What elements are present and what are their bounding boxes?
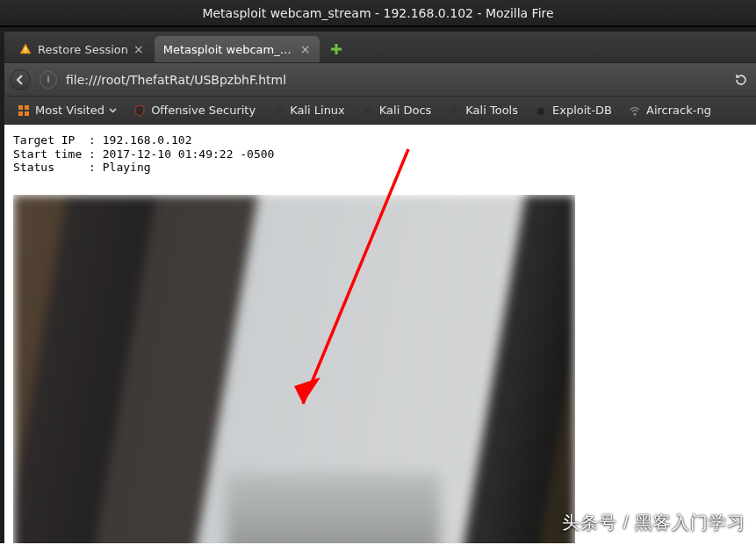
bookmark-label: Kali Docs	[379, 104, 432, 117]
bookmark-label: Kali Tools	[465, 104, 518, 117]
page-content: Target IP : 192.168.0.102 Start time : 2…	[4, 125, 756, 543]
site-info-icon[interactable]: i	[40, 71, 57, 89]
status-value: Playing	[103, 161, 151, 174]
bookmark-most-visited[interactable]: Most Visited	[10, 101, 124, 120]
svg-rect-3	[331, 48, 342, 51]
dragon-icon	[447, 104, 461, 118]
svg-rect-5	[25, 105, 29, 110]
webcam-image	[13, 195, 575, 543]
bug-icon	[534, 104, 548, 118]
status-label: Status :	[13, 161, 103, 174]
bookmark-kali-linux[interactable]: Kali Linux	[264, 101, 352, 120]
urlbar-row: i file:///root/ThefatRat/USBpzbhF.html	[4, 63, 756, 97]
tabstrip: Restore Session × Metasploit webcam_stre…	[4, 32, 756, 63]
svg-rect-1	[25, 51, 25, 52]
new-tab-button[interactable]	[327, 39, 346, 59]
window-titlebar: Metasploit webcam_stream - 192.168.0.102…	[0, 0, 756, 26]
bookmark-label: Offensive Security	[151, 104, 256, 117]
start-time-label: Start time :	[13, 147, 103, 161]
stream-metadata: Target IP : 192.168.0.102 Start time : 2…	[4, 125, 756, 176]
tab-label: Metasploit webcam_stre...	[163, 43, 295, 56]
back-button[interactable]	[10, 69, 31, 90]
bookmark-label: Exploit-DB	[552, 104, 612, 117]
watermark: 头条号 / 黑客入门学习	[562, 511, 745, 534]
bookmark-offensive-security[interactable]: Offensive Security	[126, 101, 263, 120]
bookmark-exploit-db[interactable]: Exploit-DB	[527, 101, 619, 120]
bookmark-kali-tools[interactable]: Kali Tools	[440, 101, 525, 120]
svg-rect-6	[18, 111, 23, 116]
tab-close-icon[interactable]: ×	[133, 43, 144, 55]
bookmarks-toolbar: Most Visited Offensive Security Kali Lin…	[4, 97, 756, 125]
svg-rect-7	[25, 111, 29, 116]
bookmark-aircrack-ng[interactable]: Aircrack-ng	[621, 101, 718, 120]
bookmark-label: Kali Linux	[290, 104, 345, 117]
tab-restore-session[interactable]: Restore Session ×	[10, 36, 153, 62]
bookmark-kali-docs[interactable]: Kali Docs	[354, 101, 439, 120]
bookmark-label: Most Visited	[35, 104, 104, 117]
grid-icon	[17, 104, 31, 118]
target-ip-value: 192.168.0.102	[103, 133, 192, 147]
chevron-down-icon	[109, 106, 117, 114]
warning-icon	[18, 42, 32, 56]
bookmark-label: Aircrack-ng	[646, 104, 711, 117]
shield-icon	[133, 104, 147, 118]
reload-button[interactable]	[731, 70, 751, 90]
tab-label: Restore Session	[38, 43, 128, 56]
target-ip-label: Target IP :	[13, 133, 103, 147]
window-title: Metasploit webcam_stream - 192.168.0.102…	[202, 6, 553, 20]
svg-rect-4	[18, 105, 23, 110]
tab-close-icon[interactable]: ×	[300, 43, 311, 55]
wifi-icon	[628, 104, 642, 118]
tab-webcam-stream[interactable]: Metasploit webcam_stre... ×	[155, 36, 320, 62]
url-text[interactable]: file:///root/ThefatRat/USBpzbhF.html	[62, 73, 726, 87]
dragon-icon	[271, 104, 285, 118]
start-time-value: 2017-12-10 01:49:22 -0500	[103, 147, 275, 161]
dragon-icon	[361, 104, 375, 118]
svg-rect-0	[25, 47, 25, 51]
webcam-stream	[13, 195, 575, 543]
